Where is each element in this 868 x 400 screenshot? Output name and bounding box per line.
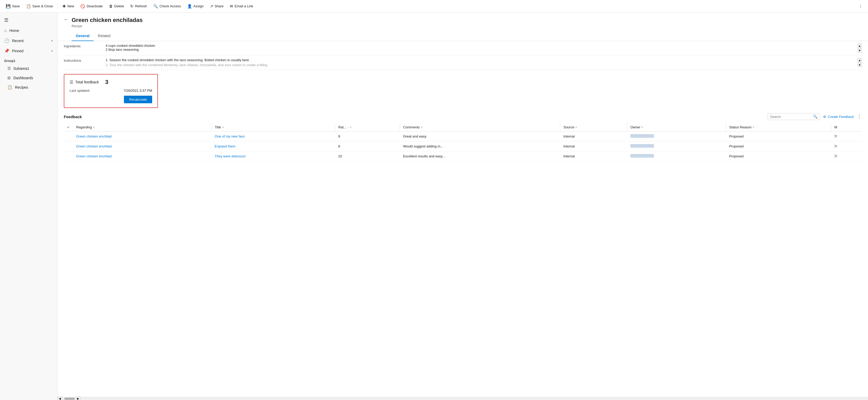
- col-m[interactable]: M: [831, 123, 862, 131]
- check-access-button[interactable]: 🔍 Check Access: [151, 2, 184, 10]
- sidebar-group-label: Group1: [0, 56, 57, 64]
- sidebar-item-recent[interactable]: 🕐 Recent ∨: [0, 36, 57, 46]
- ingredients-value: 4 cups cooked shredded chicken 2 tbsp ta…: [105, 44, 862, 53]
- hamburger-icon[interactable]: ☰: [0, 14, 57, 26]
- row-regarding-2: Green chicken enchilad: [73, 151, 212, 161]
- assign-button[interactable]: 👤 Assign: [185, 2, 206, 10]
- tab-related[interactable]: Related: [94, 31, 115, 41]
- create-feedback-button[interactable]: ⚙ Create Feedback: [823, 115, 854, 119]
- row-title-2: They were delicious!: [212, 151, 335, 161]
- new-icon: ✚: [62, 4, 66, 9]
- col-title[interactable]: Title ∨: [212, 123, 335, 131]
- row-comments-1: Would suggest adding m...: [400, 142, 560, 151]
- search-icon: 🔍: [813, 115, 817, 119]
- save-button[interactable]: 💾 Save: [3, 2, 23, 10]
- row-owner-2: [627, 151, 726, 161]
- scroll-up-button[interactable]: ▲: [858, 44, 862, 48]
- sidebar-item-subarea1[interactable]: ☰ Subarea1: [0, 64, 57, 73]
- row-status-2: Proposed: [726, 151, 831, 161]
- col-comments[interactable]: Comments ∨: [400, 123, 560, 131]
- toolbar: 💾 Save 📋 Save & Close ✚ New 🚫 Deactivate…: [0, 0, 868, 12]
- row-status-1: Proposed: [726, 142, 831, 151]
- scroll-up-inst-button[interactable]: ▲: [858, 58, 862, 62]
- scroll-down-inst-button[interactable]: ▼: [858, 63, 862, 67]
- row-comments-0: Great and easy.: [400, 131, 560, 142]
- page-subtitle: Recipe: [72, 24, 143, 28]
- ingredients-line1: 4 cups cooked shredded chicken: [105, 44, 155, 48]
- email-link-icon: ✉: [230, 4, 233, 9]
- row-title-0: One of my new favs: [212, 131, 335, 142]
- col-owner[interactable]: Owner ∨: [627, 123, 726, 131]
- create-feedback-label: Create Feedback: [828, 115, 854, 119]
- row-status-0: Proposed: [726, 131, 831, 142]
- save-icon: 💾: [6, 4, 11, 9]
- sidebar-dashboards-label: Dashboards: [13, 76, 33, 80]
- sidebar-item-pinned[interactable]: 📌 Pinned ∨: [0, 46, 57, 56]
- feedback-card-header: ☰ Total feedback 3: [69, 79, 152, 86]
- check-access-icon: 🔍: [153, 4, 158, 9]
- table-header-row: ✓ Regarding ∨ Title: [64, 123, 862, 131]
- scroll-down-button[interactable]: ▼: [858, 49, 862, 53]
- instructions-value: 1. Season the cooked shredded chicken wi…: [105, 58, 862, 67]
- grid-more-button[interactable]: ⋮: [857, 114, 862, 120]
- bottom-scrollbar[interactable]: ◀ ▶: [58, 397, 868, 400]
- email-link-button[interactable]: ✉ Email a Link: [227, 2, 256, 10]
- last-updated-value: 7/29/2021 3:37 PM: [123, 89, 152, 93]
- grid-header-right: 🔍 ⚙ Create Feedback ⋮: [768, 113, 862, 120]
- feedback-card-icon: ☰: [69, 80, 73, 85]
- scroll-left-button[interactable]: ◀: [58, 397, 62, 400]
- instructions-line2: 2. Toss the chicken with the combined Mo…: [105, 63, 267, 67]
- more-button[interactable]: ⋮: [856, 3, 865, 10]
- page-header: ← Green chicken enchiladas Recipe Genera…: [58, 12, 868, 41]
- row-m-0: 7/: [831, 131, 862, 142]
- sort-icon-source: ∨: [575, 126, 577, 129]
- table-row: Green chicken enchilad They were delicio…: [64, 151, 862, 161]
- table-row: Green chicken enchilad Enjoyed them 8 Wo…: [64, 142, 862, 151]
- feedback-grid-section: Feedback 🔍 ⚙ Create Feedback ⋮: [58, 112, 868, 161]
- save-close-icon: 📋: [26, 4, 31, 9]
- total-feedback-label: Total feedback: [75, 80, 99, 84]
- grid-header: Feedback 🔍 ⚙ Create Feedback ⋮: [64, 112, 862, 120]
- sidebar-recent-label: Recent: [12, 39, 24, 43]
- col-status-reason[interactable]: Status Reason ∨: [726, 123, 831, 131]
- ingredients-row: Ingredients 4 cups cooked shredded chick…: [64, 41, 862, 55]
- row-source-0: Internal: [560, 131, 627, 142]
- instructions-row: Instructions 1. Season the cooked shredd…: [64, 55, 862, 70]
- search-input[interactable]: [770, 115, 811, 119]
- sidebar-item-home[interactable]: ⌂ Home: [0, 26, 57, 36]
- row-m-2: 7/: [831, 151, 862, 161]
- owner-blur: [630, 144, 654, 148]
- share-button[interactable]: ↗ Share: [207, 2, 226, 10]
- more-icon: ⋮: [859, 4, 862, 8]
- chevron-down-icon-pinned: ∨: [51, 49, 53, 53]
- new-button[interactable]: ✚ New: [60, 2, 76, 10]
- sort-icon-status: ∨: [752, 126, 754, 129]
- scroll-right-button[interactable]: ▶: [76, 397, 81, 400]
- save-close-button[interactable]: 📋 Save & Close: [24, 2, 56, 10]
- sidebar-pinned-label: Pinned: [12, 49, 24, 53]
- content-scroll[interactable]: Ingredients 4 cups cooked shredded chick…: [58, 41, 868, 397]
- recalculate-button[interactable]: Recalculate: [124, 96, 152, 103]
- tab-general[interactable]: General: [72, 31, 94, 41]
- page-title: Green chicken enchiladas: [72, 17, 143, 24]
- row-owner-0: [627, 131, 726, 142]
- sort-icon-comments: ∨: [421, 126, 423, 129]
- sidebar-home-label: Home: [9, 29, 19, 33]
- home-icon: ⌂: [4, 28, 7, 33]
- delete-button[interactable]: 🗑 Delete: [106, 2, 127, 10]
- deactivate-button[interactable]: 🚫 Deactivate: [78, 2, 105, 10]
- refresh-button[interactable]: ↻ Refresh: [128, 2, 150, 10]
- feedback-tbody: Green chicken enchilad One of my new fav…: [64, 131, 862, 161]
- col-rating[interactable]: Rat... ↑ ∨: [335, 123, 400, 131]
- back-button[interactable]: ←: [64, 17, 68, 22]
- last-updated-row: Last updated: 7/29/2021 3:37 PM: [69, 89, 152, 93]
- col-regarding[interactable]: Regarding ∨: [73, 123, 212, 131]
- total-feedback-count: 3: [105, 79, 108, 86]
- check-all-icon[interactable]: ✓: [67, 125, 70, 129]
- sidebar-item-dashboards[interactable]: ⊞ Dashboards: [0, 73, 57, 83]
- row-source-1: Internal: [560, 142, 627, 151]
- col-source[interactable]: Source ∨: [560, 123, 627, 131]
- col-check: ✓: [64, 123, 73, 131]
- sidebar-item-recipes[interactable]: 📋 Recipes: [0, 83, 57, 92]
- scrollbar-thumb: [64, 398, 75, 400]
